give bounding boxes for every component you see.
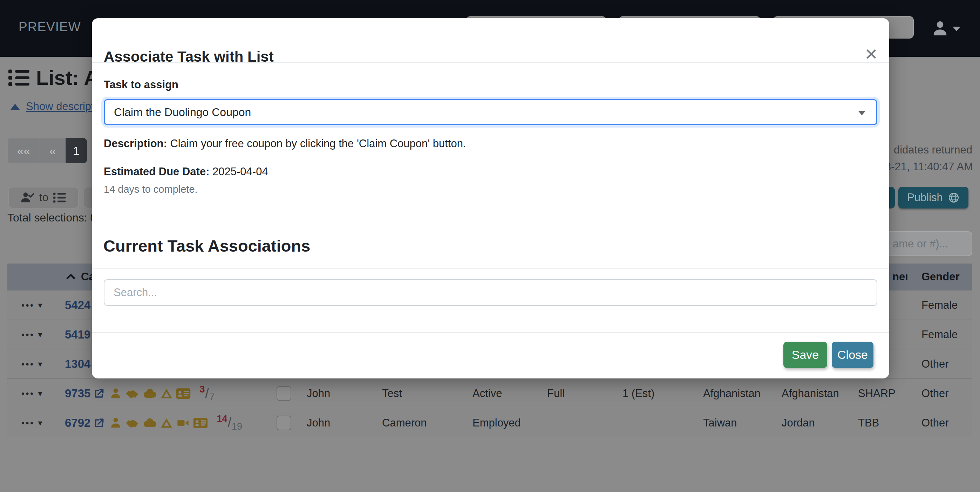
user-menu[interactable] (931, 19, 963, 38)
row-checkbox[interactable] (277, 386, 291, 401)
candidate-id-link[interactable]: 1304 (65, 357, 91, 371)
show-description-link[interactable]: Show descript (11, 100, 94, 113)
status-cell: Employed (464, 408, 539, 437)
chevron-down-icon: ▾ (38, 300, 42, 310)
candidate-id-link[interactable]: 5419 (65, 328, 91, 341)
drive-icon (160, 387, 173, 400)
candidate-id-link[interactable]: 9735 (65, 387, 91, 400)
caret-up-icon (65, 271, 77, 283)
chevron-down-icon: ▾ (38, 359, 42, 369)
page-title-text: List: A (36, 66, 99, 89)
drive-icon (160, 417, 173, 429)
tasks-progress: 14/19 (216, 415, 242, 430)
person-icon (109, 387, 122, 400)
globe-icon (948, 192, 960, 203)
row-actions-dropdown[interactable]: •••▾ (7, 290, 56, 320)
last-name-cell: Test (374, 379, 464, 408)
screen: PREVIEW List: A Show descript «« « 1 (0, 0, 980, 492)
modal-header-divider (92, 62, 889, 63)
row-actions-dropdown[interactable]: •••▾ (7, 349, 56, 378)
brand-preview: PREVIEW (19, 20, 81, 34)
page-title: List: A (7, 66, 99, 89)
list-icon (7, 67, 30, 88)
id-card-icon (176, 387, 191, 400)
chevron-down-icon (858, 111, 866, 115)
person-icon (109, 417, 122, 429)
availability-cell: Full (539, 379, 614, 408)
chevron-down-icon (953, 27, 960, 31)
status-cell: Active (464, 379, 539, 408)
modal-section-divider (92, 268, 889, 269)
task-select-value: Claim the Duolingo Coupon (114, 106, 251, 119)
save-button[interactable]: Save (783, 342, 827, 368)
row-actions-dropdown[interactable]: •••▾ (7, 320, 56, 349)
assign-to-label: to (39, 191, 48, 204)
country-cell: Taiwan (695, 408, 773, 437)
due-date-label: Estimated Due Date: (104, 165, 209, 178)
user-icon (931, 20, 949, 38)
associations-search-input[interactable] (104, 279, 877, 306)
estimated-due-date: Estimated Due Date: 2025-04-04 (104, 165, 268, 178)
close-icon[interactable]: × (865, 43, 877, 65)
count-cell (614, 408, 695, 437)
last-name-cell: Cameron (374, 408, 464, 437)
modal-footer-divider (92, 332, 889, 333)
show-description-label: Show descript (26, 100, 94, 113)
task-to-assign-label: Task to assign (104, 78, 178, 91)
list-icon (52, 191, 67, 204)
person-check-icon (20, 191, 35, 204)
pagination-first-button[interactable]: «« (7, 138, 40, 163)
chevron-down-icon: ▾ (38, 418, 42, 428)
first-name-cell: John (298, 379, 374, 408)
description-text: Claim your free coupon by clicking the '… (167, 137, 466, 150)
task-select[interactable]: Claim the Duolingo Coupon (104, 99, 877, 125)
total-selections-text: Total selections: 0 (7, 211, 96, 224)
table-row: •••▾ 6792 14/19 John (7, 408, 972, 437)
publish-button[interactable]: Publish (898, 187, 969, 208)
country-cell: Jordan (773, 408, 850, 437)
due-date-value: 2025-04-04 (209, 165, 268, 178)
video-icon (176, 417, 190, 429)
close-button[interactable]: Close (832, 342, 873, 368)
gender-cell: Other (907, 408, 972, 437)
pagination: «« « 1 (7, 138, 87, 163)
handshake-icon (125, 417, 139, 429)
id-card-icon (193, 417, 208, 429)
candidate-id-link[interactable]: 6792 (65, 416, 91, 430)
publish-label: Publish (907, 191, 943, 204)
salesforce-icon (142, 417, 157, 429)
count-cell: 1 (Est) (614, 379, 695, 408)
timestamp-text: 03-21, 11:40:47 AM (879, 160, 973, 173)
tasks-progress: 3/7 (199, 386, 215, 401)
candidate-search-input[interactable] (884, 231, 972, 256)
table-row: •••▾ 9735 3/7 John Test (7, 378, 972, 408)
pagination-page-1[interactable]: 1 (65, 138, 87, 163)
row-checkbox[interactable] (277, 416, 291, 430)
availability-cell (539, 408, 614, 437)
country-cell: Afghanistan (773, 379, 850, 408)
associate-task-modal: Associate Task with List × Task to assig… (92, 18, 889, 378)
pagination-prev-button[interactable]: « (40, 138, 65, 163)
assign-selected-to-list-button[interactable]: to (8, 187, 79, 208)
row-actions-dropdown[interactable]: •••▾ (7, 379, 56, 408)
row-actions-dropdown[interactable]: •••▾ (7, 408, 56, 437)
chevron-down-icon: ▾ (38, 330, 42, 340)
handshake-icon (125, 387, 139, 400)
country-cell: Afghanistan (695, 379, 773, 408)
description-label: Description: (104, 137, 167, 150)
salesforce-icon (142, 387, 157, 400)
gender-cell: Other (907, 349, 972, 378)
days-to-complete-note: 14 days to complete. (104, 184, 198, 195)
external-link-icon[interactable] (94, 417, 105, 429)
column-header-gender[interactable]: Gender (907, 263, 972, 290)
gender-cell: Female (907, 320, 972, 349)
candidate-id-link[interactable]: 5424 (65, 298, 91, 312)
chevron-down-icon: ▾ (38, 389, 42, 398)
current-task-associations-heading: Current Task Associations (103, 236, 310, 256)
gender-cell: Other (907, 379, 972, 408)
task-description: Description: Claim your free coupon by c… (104, 137, 466, 150)
external-link-icon[interactable] (94, 388, 105, 399)
candidates-returned-text: didates returned (894, 144, 972, 156)
caret-up-icon (11, 104, 20, 110)
partner-cell: TBB (850, 408, 907, 437)
